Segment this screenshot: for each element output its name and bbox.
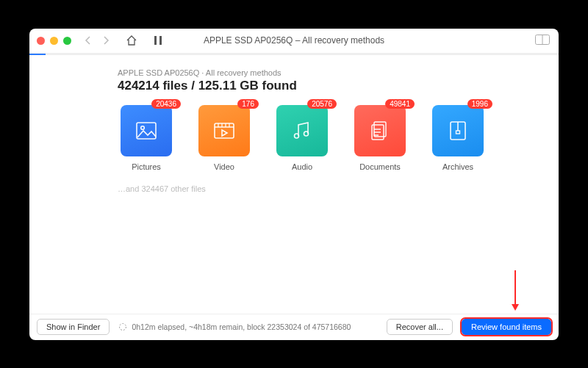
review-found-items-button[interactable]: Review found items — [462, 319, 551, 335]
forward-icon[interactable] — [102, 36, 110, 45]
document-icon: 49841 — [354, 105, 406, 156]
svg-point-5 — [141, 126, 145, 129]
count-badge: 20436 — [151, 99, 181, 109]
tile-audio[interactable]: 20576Audio — [273, 105, 331, 171]
window-controls — [37, 37, 71, 45]
svg-point-22 — [120, 324, 126, 331]
nav-buttons — [85, 36, 110, 45]
tile-label: Archives — [442, 162, 473, 171]
tile-label: Video — [214, 162, 234, 171]
back-icon[interactable] — [85, 36, 92, 45]
svg-rect-21 — [456, 131, 460, 134]
picture-icon: 20436 — [121, 105, 172, 156]
count-badge: 20576 — [307, 99, 337, 109]
breadcrumb: APPLE SSD AP0256Q · All recovery methods — [118, 68, 559, 77]
recover-all-button[interactable]: Recover all... — [387, 319, 453, 335]
pause-icon[interactable] — [154, 35, 162, 46]
tile-archives[interactable]: 1996Archives — [429, 105, 487, 171]
svg-rect-1 — [159, 36, 162, 45]
tile-video[interactable]: 176Video — [196, 105, 253, 171]
main-content: APPLE SSD AP0256Q · All recovery methods… — [29, 55, 559, 314]
minimize-icon[interactable] — [50, 37, 58, 45]
count-badge: 49841 — [385, 99, 415, 109]
tile-pictures[interactable]: 20436Pictures — [118, 105, 175, 171]
tile-label: Documents — [359, 162, 401, 171]
found-summary: 424214 files / 125.11 GB found — [118, 79, 559, 93]
tile-documents[interactable]: 49841Documents — [351, 105, 409, 171]
scan-status: 0h12m elapsed, ~4h18m remain, block 2235… — [118, 322, 351, 331]
count-badge: 1996 — [467, 99, 492, 109]
view-toggle-icon[interactable] — [535, 35, 550, 45]
audio-icon: 20576 — [276, 105, 328, 156]
toolbar-buttons — [126, 35, 162, 46]
home-icon[interactable] — [126, 35, 137, 46]
footer-bar: Show in Finder 0h12m elapsed, ~4h18m rem… — [29, 314, 559, 340]
svg-rect-4 — [137, 123, 156, 139]
close-icon[interactable] — [37, 37, 45, 45]
svg-rect-0 — [154, 36, 157, 45]
scan-status-text: 0h12m elapsed, ~4h18m remain, block 2235… — [132, 322, 351, 331]
show-in-finder-button[interactable]: Show in Finder — [37, 319, 110, 335]
tile-label: Pictures — [132, 162, 161, 171]
titlebar: APPLE SSD AP0256Q – All recovery methods — [29, 29, 559, 54]
zoom-icon[interactable] — [63, 37, 71, 45]
category-tiles: 20436Pictures176Video20576Audio49841Docu… — [118, 105, 559, 171]
count-badge: 176 — [237, 99, 259, 109]
other-files-note: …and 324467 other files — [118, 184, 559, 193]
scan-activity-icon — [118, 322, 127, 331]
archive-icon: 1996 — [432, 105, 484, 156]
video-icon: 176 — [198, 105, 250, 156]
tile-label: Audio — [292, 162, 312, 171]
app-window: APPLE SSD AP0256Q – All recovery methods… — [29, 29, 559, 340]
